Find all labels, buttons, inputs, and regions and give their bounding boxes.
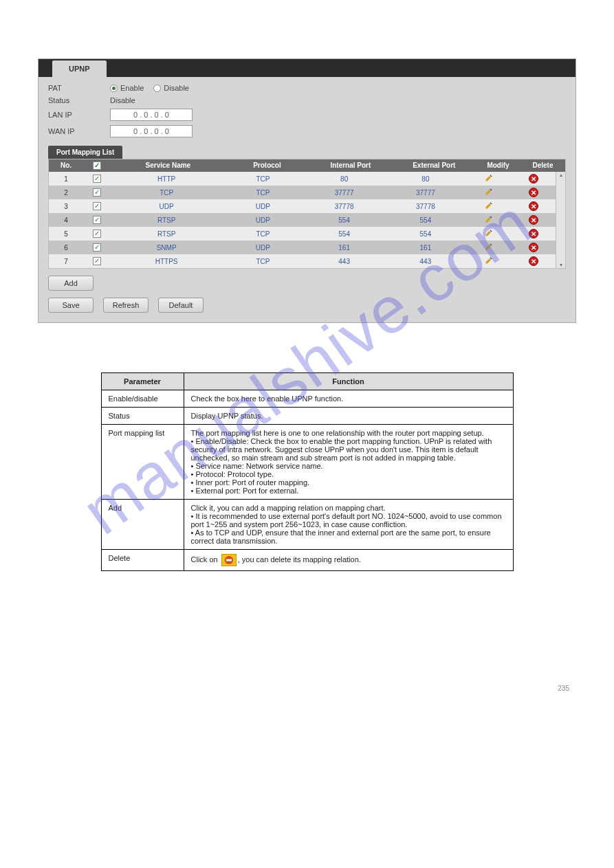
status-value: Disable xyxy=(110,96,135,104)
row-check[interactable] xyxy=(93,257,101,265)
col-external: External Port xyxy=(393,159,476,172)
pencil-icon[interactable] xyxy=(485,174,493,182)
delete-icon[interactable]: ✕ xyxy=(529,215,538,225)
delete-icon[interactable]: ✕ xyxy=(529,256,538,266)
minus-icon xyxy=(221,554,237,566)
port-mapping-tab[interactable]: Port Mapping List xyxy=(48,146,122,159)
port-mapping-table: No. Service Name Protocol Internal Port … xyxy=(48,159,566,269)
sheet-row: DeleteClick on , you can delete its mapp… xyxy=(101,550,513,571)
check-all[interactable] xyxy=(93,162,101,170)
lan-ip-label: LAN IP xyxy=(48,111,110,119)
upnp-tab[interactable]: UPNP xyxy=(52,60,107,77)
radio-unselected-icon xyxy=(153,85,161,92)
pencil-icon[interactable] xyxy=(485,256,493,265)
wan-ip-input[interactable]: 0 . 0 . 0 . 0 xyxy=(110,125,193,137)
pat-radio-group: Enable Disable xyxy=(110,84,189,92)
sheet-row: Enable/disableCheck the box here to enab… xyxy=(101,390,513,408)
table-row: 6SNMPUDP161161✕ xyxy=(49,241,556,254)
col-no: No. xyxy=(49,159,83,172)
row-check[interactable] xyxy=(93,175,101,183)
radio-selected-icon xyxy=(110,85,118,92)
default-button[interactable]: Default xyxy=(158,298,204,313)
col-service: Service Name xyxy=(111,159,226,172)
wan-ip-label: WAN IP xyxy=(48,127,110,135)
pat-label: PAT xyxy=(48,84,110,92)
save-button[interactable]: Save xyxy=(48,298,94,313)
table-row: 4RTSPUDP554554✕ xyxy=(49,213,556,227)
table-row: 3UDPUDP3777837778✕ xyxy=(49,199,556,213)
scroll-down-icon[interactable]: ▾ xyxy=(560,262,562,268)
delete-icon[interactable]: ✕ xyxy=(529,229,538,238)
pencil-icon[interactable] xyxy=(485,229,493,237)
pat-enable-radio[interactable]: Enable xyxy=(110,84,144,92)
row-check[interactable] xyxy=(93,230,101,238)
sheet-head-param: Parameter xyxy=(101,373,184,390)
sheet-intro: Please refer to the following sheet for … xyxy=(38,357,576,367)
delete-icon[interactable]: ✕ xyxy=(529,243,538,252)
disable-label: Disable xyxy=(164,84,189,92)
refresh-button[interactable]: Refresh xyxy=(103,298,149,313)
table-row: 7HTTPSTCP443443✕ xyxy=(49,254,556,268)
sheet-row: Port mapping listThe port mapping list h… xyxy=(101,425,513,500)
sheet-row: AddClick it, you can add a mapping relat… xyxy=(101,500,513,550)
pat-disable-radio[interactable]: Disable xyxy=(153,84,189,92)
sheet-head-func: Function xyxy=(184,373,513,390)
page-number: 235 xyxy=(38,685,576,692)
section-title: 5.8.2.10 SNMP xyxy=(79,585,576,599)
col-check xyxy=(83,159,111,172)
upnp-panel: UPNP PAT Enable Disable Status Disable L… xyxy=(38,58,576,323)
col-protocol: Protocol xyxy=(226,159,309,172)
body-paragraph: The SNMP allows the communication betwee… xyxy=(79,620,576,657)
table-row: 5RTSPTCP554554✕ xyxy=(49,227,556,241)
row-check[interactable] xyxy=(93,243,101,252)
pencil-icon[interactable] xyxy=(485,243,493,251)
row-check[interactable] xyxy=(93,188,101,197)
sheet-row: StatusDisplay UPNP status. xyxy=(101,408,513,425)
delete-icon[interactable]: ✕ xyxy=(529,201,538,211)
table-row: 2TCPTCP3777737777✕ xyxy=(49,186,556,199)
body-paragraph: The SNMP interface is shown as in Figure… xyxy=(79,605,576,617)
table-header: No. Service Name Protocol Internal Port … xyxy=(49,159,565,172)
table-body: 1HTTPTCP8080✕ 2TCPTCP3777737777✕ 3UDPUDP… xyxy=(49,172,556,268)
enable-label: Enable xyxy=(120,84,144,92)
col-delete: Delete xyxy=(520,159,565,172)
scroll-up-icon[interactable]: ▴ xyxy=(560,172,562,178)
pencil-icon[interactable] xyxy=(485,188,493,196)
col-modify: Modify xyxy=(476,159,520,172)
parameter-sheet: ParameterFunction Enable/disableCheck th… xyxy=(101,372,514,571)
figure-caption: Figure 5-54 xyxy=(38,331,576,340)
pencil-icon[interactable] xyxy=(485,201,493,210)
add-button[interactable]: Add xyxy=(48,276,94,291)
table-row: 1HTTPTCP8080✕ xyxy=(49,172,556,186)
scrollbar[interactable]: ▴▾ xyxy=(556,172,565,268)
tab-bar: UPNP xyxy=(39,59,575,77)
status-label: Status xyxy=(48,96,110,104)
pencil-icon[interactable] xyxy=(485,215,493,223)
col-internal: Internal Port xyxy=(309,159,392,172)
delete-icon[interactable]: ✕ xyxy=(529,188,538,197)
row-check[interactable] xyxy=(93,202,101,210)
lan-ip-input[interactable]: 0 . 0 . 0 . 0 xyxy=(110,109,193,121)
row-check[interactable] xyxy=(93,216,101,224)
delete-icon[interactable]: ✕ xyxy=(529,174,538,183)
